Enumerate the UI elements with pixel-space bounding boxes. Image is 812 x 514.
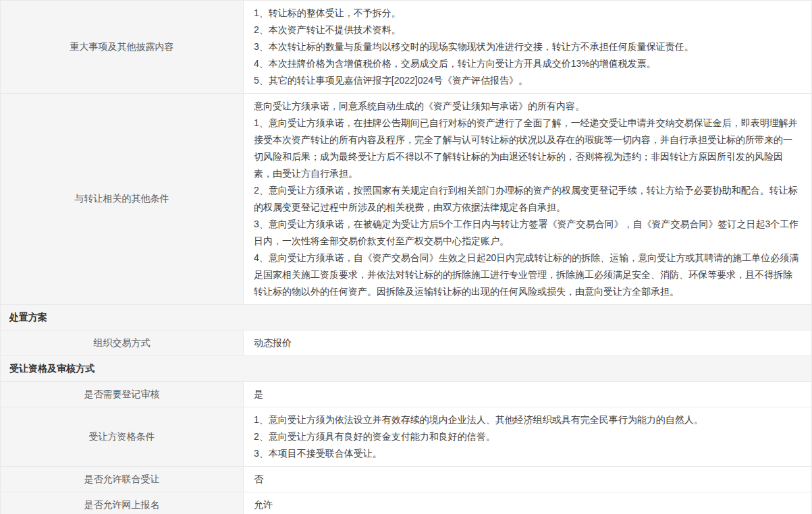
content-line: 3、本次转让标的数量与质量均以移交时的现场实物现状为准进行交接，转让方不承担任何… <box>254 38 801 55</box>
content-line: 3、本项目不接受联合体受让。 <box>254 445 801 462</box>
row-content-transaction-method: 动态报价 <box>244 331 812 356</box>
content-line: 是 <box>254 386 801 403</box>
table-row: 是否需要登记审核 是 <box>1 382 812 407</box>
table-row: 受让方资格条件 1、意向受让方须为依法设立并有效存续的境内企业法人、其他经济组织… <box>1 407 812 467</box>
row-label-transaction-method: 组织交易方式 <box>1 331 244 356</box>
content-line: 动态报价 <box>254 335 801 351</box>
content-line: 意向受让方须承诺，同意系统自动生成的《资产受让须知与承诺》的所有内容。 <box>254 98 801 115</box>
table-row: 与转让相关的其他条件 意向受让方须承诺，同意系统自动生成的《资产受让须知与承诺》… <box>1 94 812 305</box>
table-row: 重大事项及其他披露内容 1、转让标的整体受让，不予拆分。 2、本次资产转让不提供… <box>1 1 812 94</box>
row-label-major-matters: 重大事项及其他披露内容 <box>1 1 244 94</box>
content-line: 4、意向受让方须承诺，自《资产交易合同》生效之日起20日内完成转让标的的拆除、运… <box>254 250 801 300</box>
content-line: 2、本次资产转让不提供技术资料。 <box>254 22 801 38</box>
row-content-transferee-qualification-conditions: 1、意向受让方须为依法设立并有效存续的境内企业法人、其他经济组织或具有完全民事行… <box>244 407 812 467</box>
content-line: 5、其它的转让事项见嘉信评报字[2022]024号《资产评估报告》。 <box>254 72 801 89</box>
row-label-registration-review-required: 是否需要登记审核 <box>1 382 244 407</box>
table-row: 组织交易方式 动态报价 <box>1 331 812 356</box>
row-label-other-transfer-conditions: 与转让相关的其他条件 <box>1 94 244 305</box>
listing-detail-table: 重大事项及其他披露内容 1、转让标的整体受让，不予拆分。 2、本次资产转让不提供… <box>0 0 812 514</box>
row-content-joint-transfer-allowed: 否 <box>244 467 812 492</box>
row-content-online-registration-allowed: 允许 <box>244 492 812 514</box>
row-content-other-transfer-conditions: 意向受让方须承诺，同意系统自动生成的《资产受让须知与承诺》的所有内容。 1、意向… <box>244 94 812 305</box>
row-content-major-matters: 1、转让标的整体受让，不予拆分。 2、本次资产转让不提供技术资料。 3、本次转让… <box>244 1 812 94</box>
table-row: 是否允许联合受让 否 <box>1 467 812 492</box>
row-content-registration-review-required: 是 <box>244 382 812 407</box>
content-line: 2、意向受让方须承诺，按照国家有关规定自行到相关部门办理标的资产的权属变更登记手… <box>254 182 801 216</box>
row-label-online-registration-allowed: 是否允许网上报名 <box>1 492 244 514</box>
table-row: 是否允许网上报名 允许 <box>1 492 812 514</box>
content-line: 否 <box>254 471 801 488</box>
content-line: 3、意向受让方须承诺，在被确定为受让方后5个工作日内与转让方签署《资产交易合同》… <box>254 216 801 250</box>
row-label-transferee-qualification-conditions: 受让方资格条件 <box>1 407 244 467</box>
content-line: 1、转让标的整体受让，不予拆分。 <box>254 5 801 22</box>
row-label-joint-transfer-allowed: 是否允许联合受让 <box>1 467 244 492</box>
section-header-disposal-plan: 处置方案 <box>1 305 812 331</box>
section-header-transferee-qualification: 受让资格及审核方式 <box>1 356 812 382</box>
content-line: 1、意向受让方须承诺，在挂牌公告期间已自行对标的资产进行了全面了解，一经递交受让… <box>254 115 801 182</box>
content-line: 允许 <box>254 496 801 513</box>
listing-detail-table-body: 重大事项及其他披露内容 1、转让标的整体受让，不予拆分。 2、本次资产转让不提供… <box>1 1 812 514</box>
table-row: 受让资格及审核方式 <box>1 356 812 382</box>
content-line: 4、本次挂牌价格为含增值税价格，交易成交后，转让方向受让方开具成交价13%的增值… <box>254 55 801 72</box>
table-row: 处置方案 <box>1 305 812 331</box>
content-line: 2、意向受让方须具有良好的资金支付能力和良好的信誉。 <box>254 428 801 445</box>
content-line: 1、意向受让方须为依法设立并有效存续的境内企业法人、其他经济组织或具有完全民事行… <box>254 411 801 428</box>
